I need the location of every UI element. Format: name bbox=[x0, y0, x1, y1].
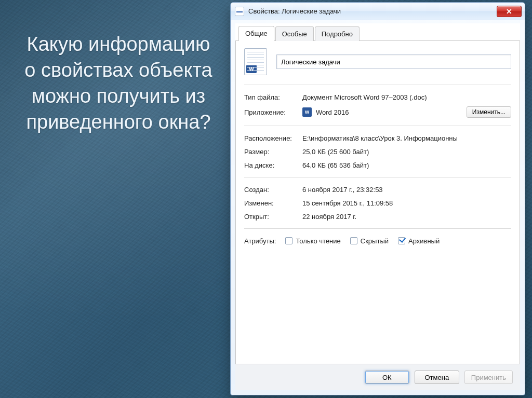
close-button[interactable]: ✕ bbox=[497, 6, 522, 17]
close-icon: ✕ bbox=[506, 8, 512, 15]
tab-strip: Общие Особые Подробно bbox=[235, 23, 520, 41]
word-app-icon: W bbox=[302, 107, 312, 117]
label-location: Расположение: bbox=[244, 134, 302, 142]
apply-button[interactable]: Применить bbox=[464, 370, 513, 384]
attr-readonly[interactable]: Только чтение bbox=[285, 237, 340, 245]
cancel-button[interactable]: Отмена bbox=[415, 370, 459, 384]
value-file-type: Документ Microsoft Word 97–2003 (.doc) bbox=[302, 93, 511, 101]
row-accessed: Открыт: 22 ноября 2017 г. bbox=[244, 210, 511, 223]
document-icon: W bbox=[244, 48, 267, 75]
ok-button[interactable]: ОК bbox=[365, 370, 409, 384]
separator bbox=[244, 228, 511, 229]
separator bbox=[244, 126, 511, 126]
presentation-slide: Какую информацию о свойствах объекта мож… bbox=[0, 0, 532, 398]
attr-archive[interactable]: Архивный bbox=[398, 237, 440, 245]
value-created: 6 ноября 2017 г., 23:32:53 bbox=[302, 186, 511, 194]
word-doc-icon bbox=[235, 7, 244, 16]
checkbox-readonly[interactable] bbox=[285, 237, 292, 244]
attr-readonly-label: Только чтение bbox=[296, 237, 340, 245]
row-created: Создан: 6 ноября 2017 г., 23:32:53 bbox=[244, 183, 511, 196]
row-location: Расположение: E:\информатика\8 класс\Уро… bbox=[244, 131, 511, 145]
checkbox-hidden[interactable] bbox=[350, 237, 357, 244]
tab-custom[interactable]: Особые bbox=[275, 26, 314, 41]
value-size-on-disk: 64,0 КБ (65 536 байт) bbox=[302, 161, 511, 169]
label-size-on-disk: На диске: bbox=[244, 161, 302, 169]
checkbox-archive[interactable] bbox=[398, 237, 405, 244]
separator bbox=[244, 85, 511, 85]
row-size-on-disk: На диске: 64,0 КБ (65 536 байт) bbox=[244, 158, 511, 172]
row-file-type: Тип файла: Документ Microsoft Word 97–20… bbox=[244, 90, 511, 104]
label-modified: Изменен: bbox=[244, 199, 302, 207]
titlebar: Свойства: Логические задачи ✕ bbox=[231, 3, 525, 20]
window-title: Свойства: Логические задачи bbox=[248, 7, 497, 15]
value-modified: 15 сентября 2015 г., 11:09:58 bbox=[302, 199, 511, 207]
word-badge-icon: W bbox=[246, 65, 257, 73]
label-accessed: Открыт: bbox=[244, 213, 302, 221]
value-size: 25,0 КБ (25 600 байт) bbox=[302, 148, 511, 156]
value-app: W Word 2016 Изменить... bbox=[302, 106, 511, 118]
row-opens-with: Приложение: W Word 2016 Изменить... bbox=[244, 104, 511, 120]
row-modified: Изменен: 15 сентября 2015 г., 11:09:58 bbox=[244, 196, 511, 210]
tab-details[interactable]: Подробно bbox=[315, 26, 360, 41]
attr-hidden[interactable]: Скрытый bbox=[350, 237, 389, 245]
label-attributes: Атрибуты: bbox=[244, 237, 276, 245]
slide-question-text: Какую информацию о свойствах объекта мож… bbox=[20, 31, 217, 135]
label-file-type: Тип файла: bbox=[244, 93, 302, 101]
file-header: W bbox=[244, 46, 511, 79]
row-attributes: Атрибуты: Только чтение Скрытый Архивный bbox=[244, 234, 511, 248]
row-size: Размер: 25,0 КБ (25 600 байт) bbox=[244, 145, 511, 158]
separator bbox=[244, 177, 511, 177]
label-app: Приложение: bbox=[244, 108, 302, 116]
attr-archive-label: Архивный bbox=[408, 237, 440, 245]
value-location: E:\информатика\8 класс\Урок 3. Информаци… bbox=[302, 134, 511, 142]
tab-panel-general: W Тип файла: Документ Microsoft Word 97–… bbox=[235, 41, 520, 364]
tab-general[interactable]: Общие bbox=[238, 26, 274, 41]
filename-input[interactable] bbox=[276, 54, 511, 69]
properties-dialog: Свойства: Логические задачи ✕ Общие Особ… bbox=[230, 2, 525, 395]
label-created: Создан: bbox=[244, 186, 302, 194]
change-app-button[interactable]: Изменить... bbox=[467, 106, 511, 118]
app-name: Word 2016 bbox=[316, 108, 349, 116]
dialog-footer: ОК Отмена Применить bbox=[235, 364, 520, 390]
dialog-client-area: Общие Особые Подробно W Тип файла: Докум… bbox=[235, 23, 520, 390]
attr-hidden-label: Скрытый bbox=[361, 237, 389, 245]
value-accessed: 22 ноября 2017 г. bbox=[302, 213, 511, 221]
label-size: Размер: bbox=[244, 148, 302, 156]
